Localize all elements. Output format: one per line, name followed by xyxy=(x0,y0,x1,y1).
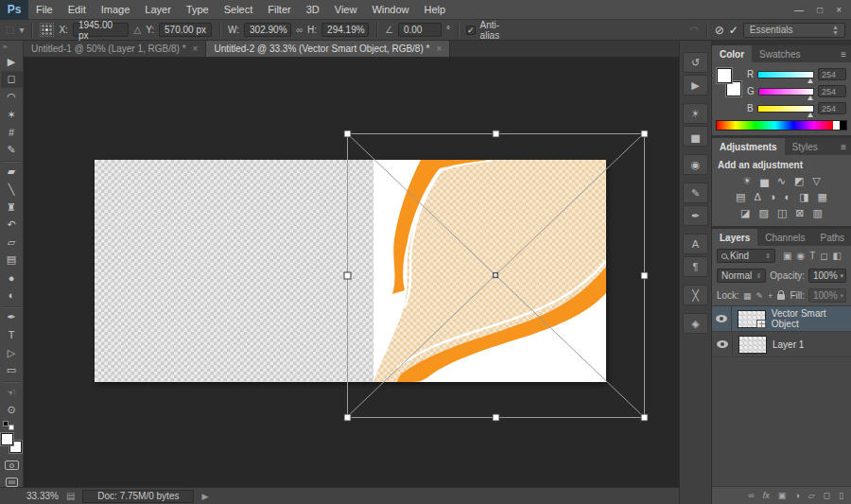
gradient-map-icon[interactable]: ▥ xyxy=(813,207,823,219)
type-tool[interactable]: T xyxy=(1,326,23,344)
green-channel-value[interactable]: 254 xyxy=(818,85,846,97)
color-panel-swatches[interactable] xyxy=(717,68,741,96)
brush-presets-panel-icon[interactable]: ✎ xyxy=(683,182,708,203)
opacity-dropdown[interactable]: 100% ▾ xyxy=(808,269,846,283)
y-position-field[interactable]: 570.00 px xyxy=(159,23,212,37)
adjustments-panel-icon[interactable]: ☀ xyxy=(683,103,708,124)
color-lookup-icon[interactable]: ▦ xyxy=(818,191,827,203)
filter-type-layers-icon[interactable]: T xyxy=(809,251,815,261)
magic-wand-tool[interactable]: ✶ xyxy=(1,106,23,124)
workspace-switcher[interactable]: Essentials ▲▼ xyxy=(743,23,845,38)
rectangular-marquee-tool[interactable]: ◻ xyxy=(1,71,23,89)
layer-name[interactable]: Layer 1 xyxy=(773,339,804,350)
tab-layers[interactable]: Layers xyxy=(712,229,757,246)
menu-edit[interactable]: Edit xyxy=(61,0,94,20)
threshold-icon[interactable]: ◫ xyxy=(777,207,787,219)
move-tool[interactable]: ▶ xyxy=(1,53,23,71)
navigator-panel-icon[interactable]: ◉ xyxy=(683,154,708,175)
height-scale-field[interactable]: 294.19% xyxy=(321,23,369,37)
tab-styles[interactable]: Styles xyxy=(785,138,825,155)
foreground-background-swatches[interactable] xyxy=(1,433,22,454)
lock-image-pixels-icon[interactable]: ✎ xyxy=(755,291,763,301)
add-layer-mask-icon[interactable]: ▣ xyxy=(778,491,787,500)
hand-tool[interactable]: ☜ xyxy=(1,384,23,402)
paragraph-panel-icon[interactable]: ¶ xyxy=(683,256,708,277)
new-adjustment-layer-icon[interactable]: ◑ xyxy=(794,491,799,500)
filter-smart-objects-icon[interactable]: ◧ xyxy=(833,251,842,261)
black-white-icon[interactable]: ◑ xyxy=(770,191,776,203)
channel-mixer-icon[interactable]: ◨ xyxy=(799,191,808,203)
menu-type[interactable]: Type xyxy=(179,0,217,20)
menu-select[interactable]: Select xyxy=(217,0,261,20)
pen-tool[interactable]: ✒ xyxy=(1,309,23,327)
menu-file[interactable]: File xyxy=(28,0,61,20)
menu-help[interactable]: Help xyxy=(417,0,454,20)
3d-panel-icon[interactable]: ◈ xyxy=(683,313,708,334)
eraser-tool[interactable]: ▱ xyxy=(1,234,23,252)
menu-view[interactable]: View xyxy=(327,0,365,20)
tab-swatches[interactable]: Swatches xyxy=(752,45,808,62)
photo-filter-icon[interactable]: ◐ xyxy=(784,191,790,203)
path-selection-tool[interactable]: ▷ xyxy=(1,344,23,362)
relative-position-icon[interactable]: △ xyxy=(133,25,141,35)
gradient-tool[interactable]: ▤ xyxy=(1,252,23,269)
menu-filter[interactable]: Filter xyxy=(260,0,298,20)
tab-channels[interactable]: Channels xyxy=(757,229,812,246)
color-spectrum-ramp[interactable] xyxy=(716,120,847,130)
selective-color-icon[interactable]: ⊠ xyxy=(795,207,804,219)
width-scale-field[interactable]: 302.90% xyxy=(244,23,291,37)
lock-all-icon[interactable] xyxy=(777,294,785,300)
vibrance-icon[interactable]: ▽ xyxy=(812,175,820,187)
new-group-icon[interactable]: ▱ xyxy=(808,491,815,500)
character-panel-icon[interactable]: A xyxy=(683,234,708,254)
layer-name[interactable]: Vector Smart Object xyxy=(772,308,851,329)
tab-paths[interactable]: Paths xyxy=(813,229,851,246)
blue-channel-value[interactable]: 254 xyxy=(818,102,846,114)
maintain-aspect-ratio-icon[interactable]: ∞ xyxy=(296,25,303,35)
menu-3d[interactable]: 3D xyxy=(299,0,327,20)
tool-preset-arrow-icon[interactable]: ▾ xyxy=(19,25,24,35)
spot-healing-brush-tool[interactable]: ▰ xyxy=(1,164,23,182)
color-balance-icon[interactable]: Δ xyxy=(754,191,760,203)
dodge-tool[interactable]: ◐ xyxy=(1,287,23,304)
tool-presets-panel-icon[interactable]: ╳ xyxy=(683,285,708,305)
red-channel-value[interactable]: 254 xyxy=(818,68,846,80)
layer-filter-kind-dropdown[interactable]: Kind ⇕ xyxy=(717,249,775,263)
quick-mask-button[interactable] xyxy=(5,461,19,470)
brightness-contrast-icon[interactable]: ☀ xyxy=(742,175,752,187)
anti-alias-checkbox[interactable]: ✓ xyxy=(466,26,476,35)
layer-effects-icon[interactable]: fx xyxy=(763,491,770,500)
red-channel-slider[interactable] xyxy=(757,71,814,78)
tab-close-icon[interactable]: × xyxy=(436,43,442,54)
filter-pixel-layers-icon[interactable]: ▣ xyxy=(783,251,791,261)
levels-icon[interactable]: ▅ xyxy=(760,175,768,187)
visibility-toggle[interactable] xyxy=(712,332,733,356)
layer-thumbnail[interactable] xyxy=(738,310,766,328)
blue-channel-slider[interactable] xyxy=(757,105,814,113)
delete-layer-icon[interactable]: ▯ xyxy=(839,491,843,500)
document-tab-untitled-1[interactable]: Untitled-1 @ 50% (Layer 1, RGB/8) * × xyxy=(24,41,206,57)
toolbar-expand-icon[interactable]: » xyxy=(0,42,9,53)
green-channel-slider[interactable] xyxy=(758,88,814,96)
menu-window[interactable]: Window xyxy=(364,0,416,20)
history-brush-tool[interactable]: ↶ xyxy=(1,216,23,234)
fill-dropdown[interactable]: 100% ▾ xyxy=(808,288,846,303)
x-position-field[interactable]: 1945.00 px xyxy=(73,23,130,37)
blur-tool[interactable]: ● xyxy=(1,269,23,287)
layer-thumbnail[interactable] xyxy=(738,336,767,354)
document-canvas[interactable] xyxy=(95,160,606,382)
lock-position-icon[interactable]: + xyxy=(768,291,773,301)
canvas-area[interactable] xyxy=(24,58,679,487)
histogram-panel-icon[interactable]: ▅ xyxy=(683,126,708,147)
tab-adjustments[interactable]: Adjustments xyxy=(712,138,785,155)
visibility-toggle[interactable] xyxy=(712,306,732,331)
crop-tool[interactable]: # xyxy=(1,123,23,141)
close-button[interactable]: × xyxy=(836,5,842,15)
cancel-transform-button[interactable]: ⊘ xyxy=(715,24,724,37)
zoom-tool[interactable]: ⊙ xyxy=(1,402,23,420)
document-size-info[interactable]: Doc: 7.75M/0 bytes xyxy=(82,490,194,503)
posterize-icon[interactable]: ▨ xyxy=(758,207,768,219)
tool-preset-icon[interactable]: ⬚ xyxy=(6,25,14,35)
document-tab-untitled-2[interactable]: Untitled-2 @ 33.3% (Vector Smart Object,… xyxy=(206,41,450,57)
shape-tool[interactable]: ▭ xyxy=(1,361,23,379)
